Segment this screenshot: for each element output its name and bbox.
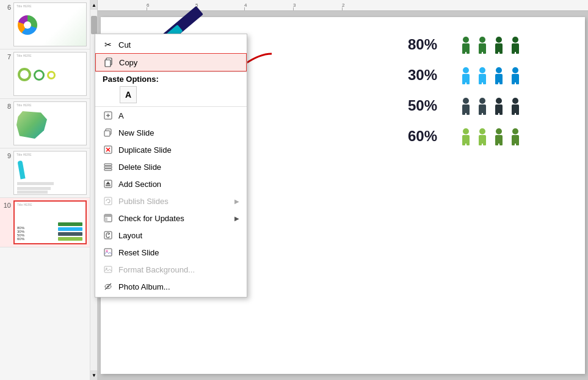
menu-item-cut[interactable]: ✂ Cut bbox=[95, 36, 247, 53]
slide-item-10[interactable]: 10 Title HERE 80%30%50%60% bbox=[0, 198, 97, 247]
svg-rect-40 bbox=[483, 112, 486, 115]
person-14 bbox=[476, 127, 489, 145]
svg-rect-12 bbox=[499, 51, 503, 54]
menu-label-delete: Duplicate Slide bbox=[118, 145, 239, 155]
svg-rect-75 bbox=[104, 164, 112, 166]
stat-row-80: 80% bbox=[408, 35, 567, 54]
check-updates-arrow: ▶ bbox=[234, 198, 239, 205]
thumb7-circle3 bbox=[47, 71, 56, 79]
stat-label-60: 60% bbox=[408, 128, 452, 145]
ruler-marks: 6 5 4 3 2 bbox=[98, 0, 588, 11]
svg-point-89 bbox=[106, 268, 107, 269]
scroll-down-button[interactable]: ▼ bbox=[90, 370, 98, 380]
person-6 bbox=[476, 66, 489, 84]
slide-thumb-6: Title HERE bbox=[13, 2, 87, 46]
menu-item-photo-album[interactable]: Format Background... bbox=[95, 261, 247, 278]
svg-rect-66 bbox=[105, 60, 111, 67]
context-menu: ✂ Cut Copy Paste Options: A A bbox=[95, 34, 247, 298]
person-4 bbox=[509, 35, 522, 54]
slide-item-7[interactable]: 7 Title HERE bbox=[0, 49, 97, 99]
menu-item-copy[interactable]: Copy bbox=[95, 53, 247, 71]
svg-rect-34 bbox=[462, 104, 470, 113]
slide-number-8: 8 bbox=[1, 103, 11, 110]
thumb9-line3 bbox=[17, 191, 48, 194]
person-5 bbox=[459, 66, 473, 84]
menu-label-publish: Add Section bbox=[118, 180, 239, 189]
svg-point-1 bbox=[463, 37, 469, 43]
photo-album-icon bbox=[103, 264, 114, 275]
menu-item-new-slide[interactable]: A bbox=[95, 107, 247, 124]
person-icons-30 bbox=[459, 66, 522, 84]
thumb8-title: Title HERE bbox=[16, 103, 32, 107]
menu-label-check-updates: Publish Slides bbox=[118, 197, 230, 206]
format-bg-icon bbox=[103, 247, 114, 258]
stat-row-60: 60% bbox=[408, 127, 567, 145]
slide-item-8[interactable]: 8 Title HERE bbox=[0, 99, 97, 148]
stat-label-30: 30% bbox=[408, 67, 452, 84]
new-slide-icon bbox=[103, 110, 114, 121]
slide-item-9[interactable]: 9 Title HERE bbox=[0, 148, 97, 198]
menu-item-layout[interactable]: Check for Updates ▶ bbox=[95, 210, 247, 227]
person-16 bbox=[509, 127, 522, 145]
svg-rect-10 bbox=[495, 43, 503, 52]
slide-number-9: 9 bbox=[1, 152, 11, 159]
svg-rect-77 bbox=[104, 169, 112, 170]
svg-rect-39 bbox=[479, 112, 482, 115]
svg-rect-47 bbox=[512, 112, 515, 115]
svg-rect-7 bbox=[479, 51, 482, 54]
svg-point-53 bbox=[479, 128, 485, 134]
scroll-handle[interactable] bbox=[91, 16, 97, 34]
svg-rect-30 bbox=[512, 74, 519, 82]
svg-point-25 bbox=[496, 67, 502, 73]
menu-item-delete-slide[interactable]: Duplicate Slide bbox=[95, 141, 247, 158]
menu-item-format-bg[interactable]: Reset Slide bbox=[95, 244, 247, 261]
paste-a-button[interactable]: A bbox=[120, 86, 137, 103]
svg-rect-54 bbox=[479, 135, 486, 144]
delete-slide-icon bbox=[103, 144, 114, 155]
svg-rect-55 bbox=[479, 142, 482, 145]
svg-point-49 bbox=[463, 128, 469, 134]
menu-item-add-section[interactable]: Delete Slide bbox=[95, 158, 247, 175]
paste-options-label: Paste Options: bbox=[103, 75, 159, 84]
menu-item-publish-slides[interactable]: Add Section bbox=[95, 175, 247, 192]
thumb8-map bbox=[16, 111, 47, 139]
svg-rect-23 bbox=[479, 81, 482, 84]
svg-rect-3 bbox=[462, 51, 465, 54]
slide-thumb-10: Title HERE 80%30%50%60% bbox=[13, 200, 87, 244]
paste-icons-row: A bbox=[95, 85, 247, 107]
layout-arrow: ▶ bbox=[234, 215, 239, 222]
menu-item-hide-slide[interactable]: Photo Album... bbox=[95, 278, 247, 295]
scroll-up-button[interactable]: ▲ bbox=[90, 0, 98, 10]
svg-rect-36 bbox=[466, 112, 470, 115]
menu-label-format-bg: Reset Slide bbox=[118, 248, 239, 257]
svg-point-21 bbox=[479, 67, 485, 73]
menu-item-check-updates[interactable]: Publish Slides ▶ bbox=[95, 192, 247, 210]
svg-point-13 bbox=[512, 37, 518, 43]
svg-rect-88 bbox=[104, 266, 112, 272]
hide-slide-icon bbox=[103, 281, 114, 292]
svg-rect-42 bbox=[495, 104, 503, 113]
person-12 bbox=[509, 97, 522, 115]
svg-rect-48 bbox=[516, 112, 519, 115]
svg-rect-71 bbox=[104, 131, 110, 136]
slide-item-6[interactable]: 6 Title HERE bbox=[0, 0, 97, 49]
svg-rect-22 bbox=[479, 74, 486, 82]
menu-label-photo-album: Format Background... bbox=[118, 265, 239, 274]
person-10 bbox=[476, 97, 489, 115]
person-icons-60 bbox=[459, 127, 522, 145]
add-section-icon bbox=[103, 161, 114, 172]
svg-rect-80 bbox=[106, 185, 111, 186]
svg-rect-43 bbox=[495, 112, 498, 115]
menu-item-reset-slide[interactable]: Layout bbox=[95, 227, 247, 244]
stat-row-30: 30% bbox=[408, 66, 567, 84]
svg-rect-62 bbox=[512, 135, 519, 144]
slide-number-6: 6 bbox=[1, 4, 11, 11]
svg-rect-86 bbox=[104, 249, 112, 256]
svg-rect-11 bbox=[495, 51, 498, 54]
svg-rect-26 bbox=[495, 74, 503, 82]
svg-rect-83 bbox=[104, 214, 112, 217]
cut-icon: ✂ bbox=[103, 39, 114, 50]
menu-item-duplicate-slide[interactable]: New Slide bbox=[95, 124, 247, 141]
publish-slides-icon bbox=[103, 178, 114, 189]
svg-rect-24 bbox=[483, 81, 486, 84]
